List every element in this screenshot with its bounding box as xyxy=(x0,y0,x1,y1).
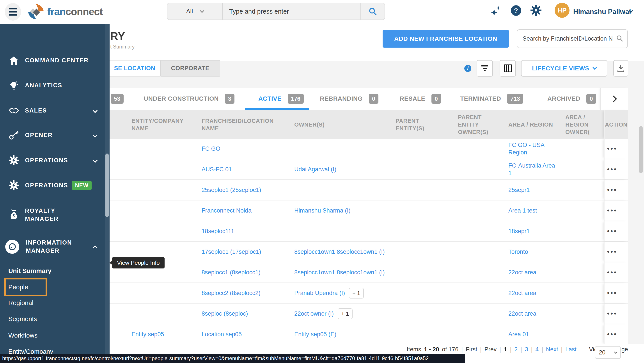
status-tab-resale[interactable]: RESALE 0 xyxy=(400,88,441,110)
location-search-input[interactable] xyxy=(517,35,616,42)
franchise-location-link[interactable]: 25seploc1 (25seploc1) xyxy=(202,186,261,194)
row-actions-button[interactable]: ••• xyxy=(607,269,618,276)
row-actions-button[interactable]: ••• xyxy=(607,166,618,173)
owner-link[interactable]: 8seplocc1own1 8seplocc1own1 (I) xyxy=(294,269,385,276)
franchise-location-link[interactable]: FC GO xyxy=(202,145,220,152)
lifecycle-views-button[interactable]: LIFECYCLE VIEWS xyxy=(521,60,607,77)
help-icon[interactable]: ? xyxy=(511,5,521,16)
sidebar-item-operations-new[interactable]: OPERATIONS NEW xyxy=(0,178,110,193)
per-page-select[interactable]: 20 xyxy=(595,346,621,359)
row-actions-button[interactable]: ••• xyxy=(607,186,618,194)
tabs-scroll-right-button[interactable] xyxy=(600,88,628,110)
status-tab-terminated[interactable]: TERMINATED 713 xyxy=(460,88,523,110)
status-tab-rebranding[interactable]: REBRANDING 0 xyxy=(320,88,378,110)
filter-button[interactable] xyxy=(476,60,493,77)
current-page[interactable]: 1 xyxy=(504,346,507,353)
col-owners[interactable]: OWNER(S) xyxy=(294,121,333,128)
search-icon[interactable] xyxy=(616,35,623,43)
more-owners-chip[interactable]: + 1 xyxy=(349,288,364,298)
row-actions-button[interactable]: ••• xyxy=(607,248,618,255)
status-tab-active[interactable]: ACTIVE 176 xyxy=(258,88,304,110)
page-3-link[interactable]: 3 xyxy=(525,346,528,353)
page-4-link[interactable]: 4 xyxy=(535,346,538,353)
franchise-location-link[interactable]: AUS-FC 01 xyxy=(202,166,232,173)
col-parent-entity[interactable]: PARENT ENTITY(S) xyxy=(396,117,458,132)
area-region-link[interactable]: 22oct area xyxy=(508,310,536,317)
table-row: FC GOFC GO - USA Region••• xyxy=(110,139,628,159)
export-download-button[interactable] xyxy=(613,60,628,77)
col-entity-company[interactable]: ENTITY/COMPANY NAME xyxy=(132,117,202,132)
row-actions-button[interactable]: ••• xyxy=(607,227,618,235)
row-actions-button[interactable]: ••• xyxy=(607,145,618,152)
sidebar-item-sales[interactable]: SALES xyxy=(0,103,110,118)
owner-link[interactable]: 8seplocc1own1 8seplocc1own1 (I) xyxy=(294,248,385,255)
settings-gear-icon[interactable] xyxy=(530,5,542,17)
franchise-location-link[interactable]: 17seploc1 (17seploc1) xyxy=(202,248,261,255)
global-search-button[interactable] xyxy=(360,3,384,20)
franconnect-logo[interactable]: franconnect xyxy=(27,4,102,20)
area-region-link[interactable]: FC GO - USA Region xyxy=(508,141,558,156)
area-region-link[interactable]: Area 01 xyxy=(508,330,529,338)
owner-link[interactable]: Entity sep05 (E) xyxy=(294,330,336,338)
col-area-region-owner[interactable]: AREA / REGION OWNER( xyxy=(565,113,604,136)
franchise-location-link[interactable]: Franconnect Noida xyxy=(202,207,252,214)
page-2-link[interactable]: 2 xyxy=(514,346,518,353)
area-region-link[interactable]: FC-Australia Area 1 xyxy=(508,162,558,177)
tab-franchise-location[interactable]: SE LOCATION xyxy=(110,60,160,77)
last-page-link[interactable]: Last xyxy=(565,346,576,353)
prev-page-link[interactable]: Prev xyxy=(484,346,497,353)
owner-link[interactable]: Pranab Upendra (I) xyxy=(294,289,345,297)
sidebar-item-command-center[interactable]: COMMAND CENTER xyxy=(0,53,110,68)
add-new-franchise-location-button[interactable]: ADD NEW FRANCHISE LOCATION xyxy=(382,30,509,48)
area-region-link[interactable]: 22oct area xyxy=(508,289,536,297)
sidebar-subitem-segments[interactable]: Segments xyxy=(0,311,110,327)
area-region-link[interactable]: 22oct area xyxy=(508,269,536,276)
franchise-location-link[interactable]: 8seplocc1 (8seplocc1) xyxy=(202,269,260,276)
entity-link[interactable]: Entity sep05 xyxy=(132,330,164,338)
row-actions-button[interactable]: ••• xyxy=(607,289,618,297)
active-item-highlight xyxy=(4,278,47,296)
user-avatar[interactable]: HP xyxy=(554,3,570,18)
global-search-input[interactable] xyxy=(223,8,360,15)
sidebar-subitem-workflows[interactable]: Workflows xyxy=(0,327,110,343)
status-tab-archived[interactable]: ARCHIVED 0 xyxy=(547,88,596,110)
sidebar-item-information-manager[interactable]: INFORMATION MANAGER xyxy=(0,232,110,261)
owner-link[interactable]: Udai Agarwal (I) xyxy=(294,166,336,173)
col-parent-entity-owners[interactable]: PARENT ENTITY OWNER(S) xyxy=(458,113,508,136)
area-region-link[interactable]: Area 1 test xyxy=(508,207,537,214)
sidebar-item-operations[interactable]: OPERATIONS xyxy=(0,153,110,168)
franchise-location-link[interactable]: Location sep05 xyxy=(202,330,242,338)
sidebar-item-analytics[interactable]: ANALYTICS xyxy=(0,78,110,93)
area-region-link[interactable]: Toronto xyxy=(508,248,528,255)
columns-button[interactable] xyxy=(500,60,516,77)
status-tab-hidden[interactable]: 53 xyxy=(111,88,124,110)
info-icon[interactable]: i xyxy=(464,65,471,72)
sidebar-subitem-regional[interactable]: Regional xyxy=(0,295,110,311)
row-actions-button[interactable]: ••• xyxy=(607,310,618,317)
owner-link[interactable]: Himanshu Sharma (I) xyxy=(294,207,350,214)
col-area-region[interactable]: AREA / REGION xyxy=(508,121,562,128)
first-page-link[interactable]: First xyxy=(466,346,477,353)
owner-link[interactable]: 22oct owner (I) xyxy=(294,310,334,317)
ai-sparkle-icon[interactable] xyxy=(491,6,501,17)
tab-corporate[interactable]: CORPORATE xyxy=(160,60,220,77)
status-tab-under-construction[interactable]: UNDER CONSTRUCTION 3 xyxy=(144,88,234,110)
page-scrollbar-thumb[interactable] xyxy=(639,126,643,173)
user-name[interactable]: Himanshu Paliwal xyxy=(573,8,631,16)
area-region-link[interactable]: 25sepr1 xyxy=(508,186,530,194)
status-count-badge: 176 xyxy=(288,94,304,104)
sidebar-item-opener[interactable]: OPENER xyxy=(0,127,110,143)
more-owners-chip[interactable]: + 1 xyxy=(338,308,352,319)
next-page-link[interactable]: Next xyxy=(546,346,558,353)
franchise-location-link[interactable]: 18seploc111 xyxy=(202,227,234,235)
sidebar-subitem-unit-summary[interactable]: Unit Summary xyxy=(0,263,110,279)
franchise-location-link[interactable]: 8seplocc2 (8seplocc2) xyxy=(202,289,260,297)
row-actions-button[interactable]: ••• xyxy=(607,330,618,338)
row-actions-button[interactable]: ••• xyxy=(607,207,618,214)
sidebar-item-royalty-manager[interactable]: $ ROYALTY MANAGER xyxy=(0,203,110,227)
franchise-location-link[interactable]: 8seploc (8seploc) xyxy=(202,310,248,317)
hamburger-menu-button[interactable] xyxy=(5,3,21,21)
col-franchiseid-location[interactable]: FRANCHISEID/LOCATION NAME xyxy=(202,117,294,132)
search-scope-select[interactable]: All xyxy=(168,8,222,15)
area-region-link[interactable]: 18sepr1 xyxy=(508,227,530,235)
